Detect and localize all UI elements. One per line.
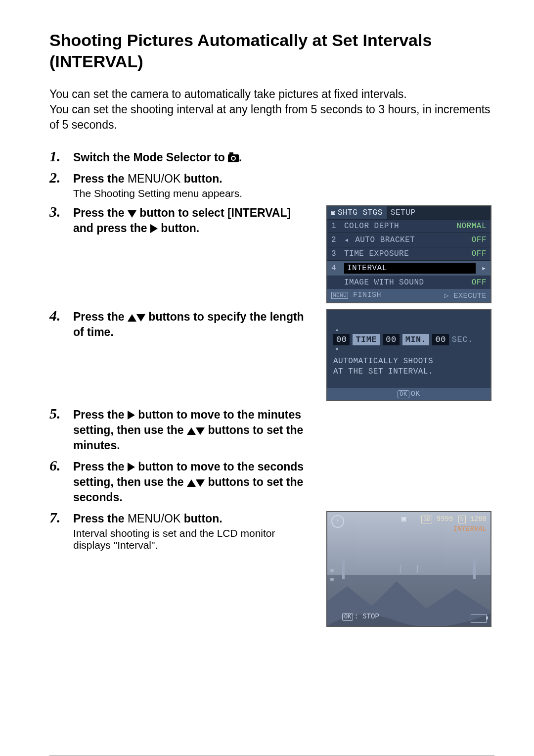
intro-line-2: You can set the shooting interval at any… xyxy=(49,102,494,133)
down-icon xyxy=(136,314,145,322)
right-icon xyxy=(128,411,135,420)
step-5: Press the button to move to the minutes … xyxy=(49,407,494,453)
interval-indicator: INTERVAL xyxy=(453,525,487,533)
step-6: Press the button to move to the seconds … xyxy=(49,459,494,505)
up-icon xyxy=(187,427,196,435)
step2-text-b: button. xyxy=(180,172,222,185)
intro-line-1: You can set the camera to automatically … xyxy=(49,87,494,102)
step7-sub: Interval shooting is set and the LCD mon… xyxy=(73,527,312,551)
menu-footer: MENU FINISH ▷ EXECUTE xyxy=(327,289,490,302)
step6-text-a: Press the xyxy=(73,460,128,473)
step5-text-a: Press the xyxy=(73,408,128,421)
menu-row-selected: 4INTERVAL▸ xyxy=(327,260,490,276)
step1-text-b: . xyxy=(239,151,242,164)
menu-row: 2◂AUTO BRACKETOFF xyxy=(327,233,490,247)
interval-note: AUTOMATICALLY SHOOTS AT THE SET INTERVAL… xyxy=(333,356,485,377)
menu-row: 3TIME EXPOSUREOFF xyxy=(327,247,490,260)
step7-text-b: button. xyxy=(180,512,222,525)
interval-time-readout: 00 TIME 00 MIN. 00 SEC. xyxy=(333,334,485,345)
step-7: Press the MENU/OK button. Interval shoot… xyxy=(49,511,494,627)
up-icon xyxy=(187,479,196,487)
step-2: Press the MENU/OK button. The Shooting S… xyxy=(49,171,494,199)
down-icon xyxy=(128,210,136,218)
flash-icon: ⚡ xyxy=(331,515,344,528)
tab-setup: SETUP xyxy=(387,206,420,219)
camera-icon xyxy=(228,154,239,162)
step3-text-c: button. xyxy=(161,222,199,235)
step3-text-a: Press the xyxy=(73,206,128,219)
tab-shtg-stgs: ◙SHTG STGS xyxy=(327,206,387,219)
camera-icon: ◙ xyxy=(401,515,406,524)
right-icon xyxy=(128,463,135,472)
step7-text-a: Press the xyxy=(73,512,128,525)
page-title: Shooting Pictures Automatically at Set I… xyxy=(49,30,494,72)
lcd-interval-screenshot: 00 TIME 00 MIN. 00 SEC. AUTOMATICALLY SH… xyxy=(326,309,491,401)
lcd-live-screenshot: ⚡ ◙ SD 9999 N 1280 INTERVAL [ ] ▣▣ xyxy=(326,511,491,627)
down-icon xyxy=(196,479,205,487)
ok-stop: OK: STOP xyxy=(342,613,379,621)
up-icon xyxy=(128,314,136,322)
top-info: SD 9999 N 1280 xyxy=(420,515,487,523)
lcd-menu-screenshot: ◙SHTG STGS SETUP 1COLOR DEPTHNORMAL 2◂AU… xyxy=(326,205,491,303)
step2-text-a: Press the xyxy=(73,172,128,185)
menu-ok-label: MENU/OK xyxy=(128,512,180,525)
menu-row: IMAGE WITH SOUNDOFF xyxy=(327,276,490,289)
step-4: Press the buttons to specify the length … xyxy=(49,309,494,401)
intro-block: You can set the camera to automatically … xyxy=(49,87,494,133)
battery-icon xyxy=(471,614,487,623)
step-1: Switch the Mode Selector to . xyxy=(49,150,494,165)
ok-bar: OKOK xyxy=(327,388,490,400)
menu-ok-label: MENU/OK xyxy=(128,172,180,185)
down-icon xyxy=(196,427,205,435)
step4-text-a: Press the xyxy=(73,310,128,323)
step-3: Press the button to select [INTERVAL] an… xyxy=(49,205,494,303)
step1-text-a: Switch the Mode Selector to xyxy=(73,151,228,164)
menu-row: 1COLOR DEPTHNORMAL xyxy=(327,219,490,233)
step2-sub: The Shooting Setting menu appears. xyxy=(73,188,494,199)
right-icon xyxy=(150,224,158,233)
